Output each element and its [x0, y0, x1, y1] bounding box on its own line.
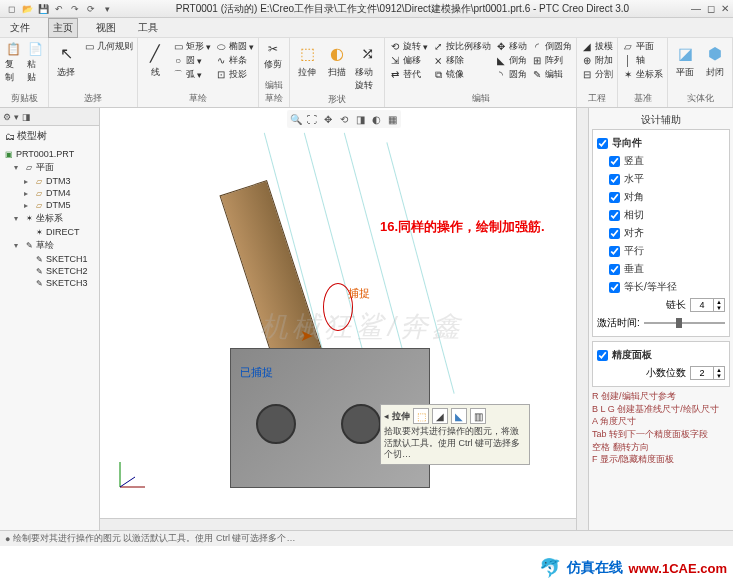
tree-node-dtm4[interactable]: ▸▱DTM4: [2, 187, 97, 199]
tree-node-direct[interactable]: ✶DIRECT: [2, 226, 97, 238]
fillet-button[interactable]: ◜倒圆角: [531, 40, 572, 53]
moverot-button[interactable]: ⤮移动旋转: [354, 40, 380, 93]
geom-rule-button[interactable]: ▭几何规则: [83, 40, 133, 53]
close-icon[interactable]: ✕: [721, 3, 729, 14]
paste-button[interactable]: 📄粘贴: [26, 40, 44, 85]
shade-icon[interactable]: ◐: [369, 112, 383, 126]
pattern-button[interactable]: ⊞阵列: [531, 54, 572, 67]
zoom-in-icon[interactable]: 🔍: [289, 112, 303, 126]
popup-opt2-icon[interactable]: ◢: [432, 408, 448, 424]
brand-text: 仿真在线: [567, 559, 623, 577]
draft-button[interactable]: ◢拔模: [581, 40, 613, 53]
decimal-value[interactable]: [691, 367, 713, 379]
chk-guide-header[interactable]: [597, 138, 608, 149]
redo-icon[interactable]: ↷: [68, 2, 82, 16]
axis-button[interactable]: │轴: [622, 54, 663, 67]
open-icon[interactable]: 📂: [20, 2, 34, 16]
tree-node-planes[interactable]: ▾▱平面: [2, 160, 97, 175]
attach-button[interactable]: ⊕附加: [581, 54, 613, 67]
round-button[interactable]: ◝圆角: [495, 68, 527, 81]
tree-node-sketches[interactable]: ▾✎草绘: [2, 238, 97, 253]
rect-button[interactable]: ▭矩形▾: [172, 40, 211, 53]
tree-settings-icon[interactable]: ⚙: [3, 112, 11, 122]
tab-tools[interactable]: 工具: [134, 19, 162, 37]
trim-button[interactable]: ✂修剪: [263, 40, 283, 72]
display-icon[interactable]: ◨: [353, 112, 367, 126]
offset-button[interactable]: ⇲偏移: [389, 54, 428, 67]
popup-back-icon[interactable]: ◂: [384, 411, 389, 421]
planar-button[interactable]: ◪平面: [672, 40, 698, 80]
tree-node-sketch3[interactable]: ✎SKETCH3: [2, 277, 97, 289]
split-button[interactable]: ⊟分割: [581, 68, 613, 81]
tree-content: ▣ PRT0001.PRT ▾▱平面 ▸▱DTM3 ▸▱DTM4 ▸▱DTM5 …: [0, 146, 99, 291]
mirror-button[interactable]: ⧉镜像: [432, 68, 491, 81]
scale-button[interactable]: ⤢按比例移动: [432, 40, 491, 53]
remove-button[interactable]: ⨯移除: [432, 54, 491, 67]
chk-equal[interactable]: [609, 282, 620, 293]
regen-icon[interactable]: ⟳: [84, 2, 98, 16]
chk-vertical[interactable]: [609, 156, 620, 167]
replace-button[interactable]: ⇄替代: [389, 68, 428, 81]
minimize-icon[interactable]: —: [691, 3, 701, 14]
tree-node-dtm5[interactable]: ▸▱DTM5: [2, 199, 97, 211]
editop-button[interactable]: ✎编辑: [531, 68, 572, 81]
select-button[interactable]: ↖选择: [53, 40, 79, 80]
persp-icon[interactable]: ▦: [385, 112, 399, 126]
tree-node-sketch2[interactable]: ✎SKETCH2: [2, 265, 97, 277]
chk-precision-header[interactable]: [597, 350, 608, 361]
chamfer-button[interactable]: ◣倒角: [495, 54, 527, 67]
copy-button[interactable]: 📋复制: [4, 40, 22, 85]
horizontal-scrollbar[interactable]: [100, 518, 576, 530]
tree-root-node[interactable]: ▣ PRT0001.PRT: [2, 148, 97, 160]
coord-axes-icon: [110, 457, 150, 500]
chain-value[interactable]: [691, 299, 713, 311]
window-icon[interactable]: ▾: [100, 2, 114, 16]
popup-opt1-icon[interactable]: ⬚: [413, 408, 429, 424]
line-button[interactable]: ╱线: [142, 40, 168, 80]
move-button[interactable]: ✥移动: [495, 40, 527, 53]
new-icon[interactable]: ◻: [4, 2, 18, 16]
status-bullet-icon: ●: [5, 534, 13, 544]
chk-tangent[interactable]: [609, 210, 620, 221]
rotate-button[interactable]: ⟲旋转▾: [389, 40, 428, 53]
arc-button[interactable]: ⌒弧▾: [172, 68, 211, 81]
circle-button[interactable]: ○圆▾: [172, 54, 211, 67]
spline-button[interactable]: ∿样条: [215, 54, 254, 67]
activate-slider[interactable]: [644, 319, 725, 327]
tab-home[interactable]: 主页: [48, 18, 78, 38]
pan-icon[interactable]: ✥: [321, 112, 335, 126]
tree-filter-icon[interactable]: ▾: [14, 112, 19, 122]
chk-horizontal[interactable]: [609, 174, 620, 185]
chain-spinner[interactable]: ▲▼: [690, 298, 725, 312]
extrude-button[interactable]: ⬚拉伸: [294, 40, 320, 80]
decimal-spinner[interactable]: ▲▼: [690, 366, 725, 380]
vertical-scrollbar[interactable]: [576, 108, 588, 530]
spin-down-icon[interactable]: ▼: [713, 305, 724, 311]
rotate-icon[interactable]: ⟲: [337, 112, 351, 126]
tab-view[interactable]: 视图: [92, 19, 120, 37]
ellipse-button[interactable]: ⬭椭圆▾: [215, 40, 254, 53]
tree-node-csys[interactable]: ▾✶坐标系: [2, 211, 97, 226]
plane-button[interactable]: ▱平面: [622, 40, 663, 53]
chk-align[interactable]: [609, 228, 620, 239]
chk-diagonal[interactable]: [609, 192, 620, 203]
chk-parallel[interactable]: [609, 246, 620, 257]
sweep-button[interactable]: ◐扫描: [324, 40, 350, 80]
popup-opt4-icon[interactable]: ▥: [470, 408, 486, 424]
project-button[interactable]: ⊡投影: [215, 68, 254, 81]
viewport[interactable]: 🔍 ⛶ ✥ ⟲ ◨ ◐ ▦ 机械狂鲨/奔鑫 捕捉 ➤ 已捕捉: [100, 108, 588, 530]
spin-down2-icon[interactable]: ▼: [713, 373, 724, 379]
undo-icon[interactable]: ↶: [52, 2, 66, 16]
csys-button[interactable]: ✶坐标系: [622, 68, 663, 81]
maximize-icon[interactable]: ◻: [707, 3, 715, 14]
zoom-fit-icon[interactable]: ⛶: [305, 112, 319, 126]
chk-perp[interactable]: [609, 264, 620, 275]
tree-node-dtm3[interactable]: ▸▱DTM3: [2, 175, 97, 187]
tree-show-icon[interactable]: ◨: [22, 112, 31, 122]
tree-node-sketch1[interactable]: ✎SKETCH1: [2, 253, 97, 265]
save-icon[interactable]: 💾: [36, 2, 50, 16]
extrude-popup: ◂ 拉伸 ⬚ ◢ ◣ ▥ 拾取要对其进行操作的图元，将激活默认工具。使用 Ctr…: [380, 404, 530, 465]
close-vol-button[interactable]: ⬢封闭: [702, 40, 728, 80]
tab-file[interactable]: 文件: [6, 19, 34, 37]
popup-opt3-icon[interactable]: ◣: [451, 408, 467, 424]
